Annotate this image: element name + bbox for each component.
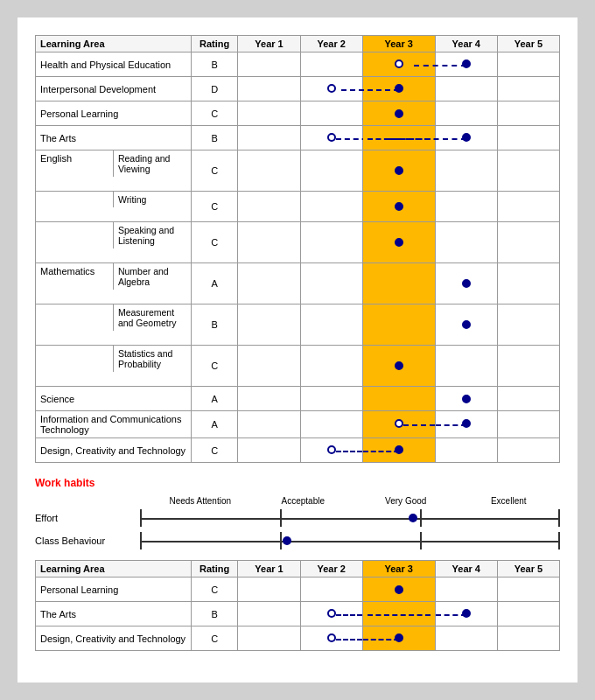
table-row: The Arts B [36,602,560,626]
main-subject [36,346,113,372]
subject-cell: Science [36,387,192,411]
year2-cell [300,387,362,411]
year5-cell [497,626,559,651]
year3-cell [362,102,435,126]
year4-cell [435,438,497,463]
dot-filled [395,238,403,247]
year2-cell [300,263,362,304]
year1-cell [238,438,300,463]
year2-cell [300,438,362,463]
dot-filled [462,419,471,428]
year5-cell [497,150,559,192]
rating-cell: A [191,387,238,411]
year4-cell [435,102,497,126]
year2-cell [300,126,362,150]
year3-cell [362,626,435,651]
main-subject [36,222,113,248]
col-year2: Year 2 [300,561,362,578]
dot-filled [462,320,471,329]
year1-cell [238,52,300,77]
year2-cell [300,346,362,387]
dot-filled [395,634,403,642]
col-rating: Rating [191,36,238,52]
subject-cell: Measurement and Geometry [36,304,192,346]
sub-subject: Measurement and Geometry [113,304,190,331]
rating-cell: C [191,626,238,651]
col-year4: Year 4 [435,561,497,578]
scale-label-excellent: Excellent [458,496,561,506]
year5-cell [497,346,559,387]
class-behaviour-dot [283,536,291,545]
col-year3: Year 3 [362,561,435,578]
table-row: English Reading and Viewing C [36,150,560,192]
scale-labels: Needs Attention Acceptable Very Good Exc… [149,496,560,506]
main-subject [36,304,113,331]
year1-cell [238,411,300,438]
table-row: Personal Learning C [36,102,560,126]
year5-cell [497,222,559,263]
col-learning-area: Learning Area [36,36,192,52]
year1-cell [238,263,300,304]
dot-empty [395,419,403,428]
year3-cell [362,192,435,222]
year3-cell [362,263,435,304]
dot-filled [395,202,403,211]
year4-cell [435,411,497,438]
dot-filled [395,585,403,594]
col-year5: Year 5 [497,36,559,52]
dot-filled [462,60,471,68]
year5-cell [497,438,559,463]
year5-cell [497,77,559,102]
subject-cell: The Arts [36,602,192,626]
subject-cell: Interpersonal Development [36,77,192,102]
dot-empty [395,60,403,68]
table-row: Speaking and Listening C [36,222,560,263]
year5-cell [497,192,559,222]
year4-cell [435,192,497,222]
table-row: Health and Physical Education B [36,52,560,77]
table-row: Writing C [36,192,560,222]
year2-cell [300,222,362,263]
rating-cell: C [191,102,238,126]
second-learning-table: Learning Area Rating Year 1 Year 2 Year … [35,560,560,651]
year4-cell [435,626,497,651]
rating-cell: A [191,263,238,304]
sub-subject: Speaking and Listening [113,222,190,248]
year5-cell [497,52,559,77]
col-year3: Year 3 [362,36,435,52]
dot-filled [395,166,403,175]
table-row: Interpersonal Development D [36,77,560,102]
rating-cell: C [191,150,238,192]
year3-cell [362,602,435,626]
scale-label-acceptable: Acceptable [252,496,355,506]
subject-cell: English Reading and Viewing [36,150,192,192]
year1-cell [238,102,300,126]
work-habits-section: Work habits Needs Attention Acceptable V… [35,477,560,550]
sub-subject: Number and Algebra [113,263,190,290]
col-year2: Year 2 [300,36,362,52]
year1-cell [238,578,300,602]
dot-filled [395,84,403,93]
col-year5: Year 5 [497,561,559,578]
year2-cell [300,578,362,602]
year2-cell [300,102,362,126]
year5-cell [497,102,559,126]
year3-cell [362,387,435,411]
year4-cell [435,52,497,77]
dot-filled [462,279,471,288]
subject-cell: Information and Communications Technolog… [36,411,192,438]
year4-cell [435,150,497,192]
year5-cell [497,411,559,438]
year2-cell [300,626,362,651]
dot-empty [327,445,336,454]
subject-cell: Health and Physical Education [36,52,192,77]
subject-cell: Mathematics Number and Algebra [36,263,192,304]
year3-cell [362,77,435,102]
dot-empty [327,609,336,618]
class-behaviour-label: Class Behaviour [35,536,140,546]
year5-cell [497,578,559,602]
sub-subject: Reading and Viewing [113,150,190,177]
scale-label-needs-attention: Needs Attention [149,496,252,506]
year4-cell [435,602,497,626]
table-row: Measurement and Geometry B [36,304,560,346]
